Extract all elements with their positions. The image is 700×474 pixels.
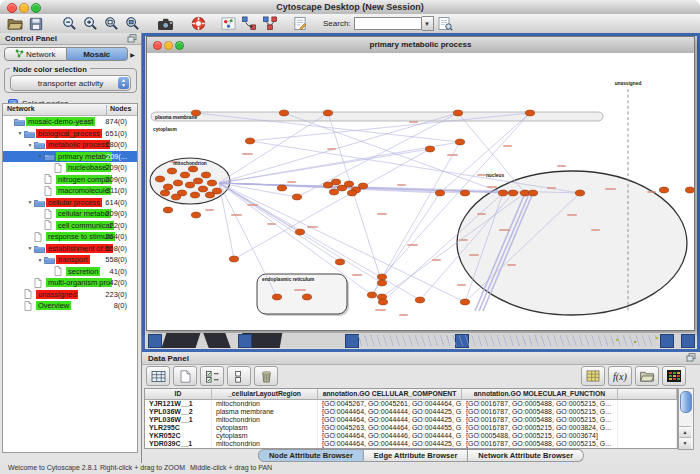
network-canvas[interactable]: plasma membranecytoplasmmitochondrionnuc…	[147, 53, 694, 330]
network-node[interactable]	[367, 292, 376, 298]
network-node[interactable]	[163, 184, 172, 190]
zoom-in-icon[interactable]	[81, 15, 99, 32]
float-panel-icon[interactable]	[127, 34, 137, 45]
network-node[interactable]	[292, 194, 301, 200]
network-node[interactable]	[167, 168, 176, 174]
tree-row-mosaic-demo-yeast[interactable]: mosaic-demo-yeast874(0)	[3, 116, 137, 128]
tree-row-metabolic-process[interactable]: ▼metabolic process280(0)	[3, 139, 137, 151]
tab-edge-attribute-browser[interactable]: Edge Attribute Browser	[364, 449, 468, 462]
table-cell[interactable]: [GO:0044464, GO:0044444, GO:0044425, G..…	[318, 408, 462, 416]
tab-network[interactable]: Network	[4, 47, 67, 61]
help-icon[interactable]	[189, 15, 207, 32]
network-node[interactable]	[377, 274, 386, 280]
table-row[interactable]: YDR039C__1mitochondrion[GO:0044464, GO:0…	[145, 440, 677, 448]
import-table-icon[interactable]	[635, 366, 659, 386]
table-cell[interactable]: [GO:0045267, GO:0045261, GO:0044464, G..…	[318, 400, 462, 408]
disclosure-triangle-icon[interactable]: ▼	[26, 199, 34, 205]
save-table-icon[interactable]	[581, 366, 605, 386]
table-row[interactable]: YJR121W__1mitochondrion[GO:0045267, GO:0…	[145, 400, 677, 408]
table-cell[interactable]: cytoplasm	[212, 432, 318, 440]
scrollbar-thumb[interactable]	[680, 391, 692, 413]
network-node[interactable]	[575, 190, 584, 196]
disclosure-triangle-icon[interactable]: ▼	[16, 130, 24, 136]
network-node[interactable]	[377, 280, 386, 286]
network-node[interactable]	[207, 180, 216, 186]
network-node[interactable]	[229, 256, 238, 262]
network-node[interactable]	[205, 192, 214, 198]
table-row[interactable]: YPL036W__1mitochondrion[GO:0044464, GO:0…	[145, 416, 677, 424]
tree-column-network[interactable]: Network	[7, 105, 35, 112]
network-node[interactable]	[347, 190, 356, 196]
network-node[interactable]	[201, 172, 210, 178]
table-header--cellularlayoutregion[interactable]: _cellularLayoutRegion	[212, 389, 318, 400]
network-node[interactable]	[279, 110, 288, 116]
tree-row-cellular-metabo[interactable]: cellular metabo209(0)	[3, 208, 137, 220]
network-node[interactable]	[425, 146, 434, 152]
network-node[interactable]	[460, 299, 469, 305]
tree-row-biological-process[interactable]: ▼biological_process651(0)	[3, 128, 137, 140]
tab-node-attribute-browser[interactable]: Node Attribute Browser	[258, 449, 364, 462]
node-color-dropdown[interactable]: transporter activity ▲▼	[10, 75, 131, 91]
network-node[interactable]	[323, 110, 332, 116]
table-cell[interactable]: mitochondrion	[212, 416, 318, 424]
table-cell[interactable]: [GO:0044464, GO:0044444, GO:0044425, G..…	[318, 416, 462, 424]
network-node[interactable]	[335, 259, 344, 265]
tree-column-nodes[interactable]: Nodes	[106, 105, 131, 116]
network-node[interactable]	[415, 297, 424, 303]
table-row[interactable]: YLR295Ccytoplasm[GO:0045263, GO:0044464,…	[145, 424, 677, 432]
table-cell[interactable]: YDR039C__1	[145, 440, 212, 448]
network-node[interactable]	[460, 190, 469, 196]
tree-row-cell-communicat[interactable]: cell communicat22(0)	[3, 220, 137, 232]
network-node[interactable]	[180, 172, 189, 178]
disclosure-triangle-icon[interactable]: ▼	[36, 153, 44, 159]
network-node[interactable]	[295, 229, 304, 235]
attribute-table-icon[interactable]	[146, 366, 170, 386]
tab-network-attribute-browser[interactable]: Network Attribute Browser	[468, 449, 584, 462]
tree-row-transport[interactable]: ▼transport558(0)	[3, 254, 137, 266]
table-cell[interactable]: [GO:0044464, GO:0044444, GO:0044425, G..…	[318, 440, 462, 448]
select-attributes-icon[interactable]	[200, 366, 224, 386]
tree-row-cellular-process[interactable]: ▼cellular process614(0)	[3, 197, 137, 209]
search-dropdown-arrow[interactable]: ▼	[422, 16, 434, 31]
annotation-icon[interactable]	[291, 15, 309, 32]
table-cell[interactable]: [GO:0016787, GO:0005488, GO:0005215, G..…	[462, 400, 618, 408]
network-node[interactable]	[331, 179, 340, 185]
table-cell[interactable]: YPL036W__1	[145, 416, 212, 424]
table-cell[interactable]: [GO:0016787, GO:0005488, GO:0005215, G..…	[462, 440, 618, 448]
disclosure-triangle-icon[interactable]: ▼	[36, 257, 44, 263]
zoom-fit-icon[interactable]	[102, 15, 120, 32]
vizmapper-icon[interactable]	[219, 15, 237, 32]
network-node[interactable]	[190, 192, 199, 198]
table-cell[interactable]: YPL036W__2	[145, 408, 212, 416]
new-attribute-icon[interactable]	[173, 366, 197, 386]
network-node[interactable]	[498, 190, 507, 196]
zoom-selected-icon[interactable]	[123, 15, 141, 32]
table-cell[interactable]: YJR121W__1	[145, 400, 212, 408]
tree-row-nucleobase-[interactable]: nucleobase-209(0)	[3, 162, 137, 174]
network-node[interactable]	[272, 294, 281, 300]
tree-row-establishment-of-lo[interactable]: ▼establishment of lo558(0)	[3, 243, 137, 255]
scroll-down-icon[interactable]: ▼	[679, 437, 691, 449]
table-header-annotation-go-molecular-function[interactable]: annotation.GO MOLECULAR_FUNCTION	[462, 389, 618, 400]
table-cell[interactable]: YLR295C	[145, 424, 212, 432]
network-node[interactable]	[453, 110, 462, 116]
tree-row-unassigned[interactable]: unassigned223(0)	[3, 289, 137, 301]
search-input[interactable]	[354, 17, 422, 30]
network-node[interactable]	[329, 189, 338, 195]
unselect-attributes-icon[interactable]	[227, 366, 251, 386]
table-cell[interactable]: mitochondrion	[212, 440, 318, 448]
tree-row-nitrogen-compo[interactable]: nitrogen compo209(0)	[3, 174, 137, 186]
network-node[interactable]	[277, 185, 286, 191]
tree-row-response-to-stimulu[interactable]: response to stimulu264(0)	[3, 231, 137, 243]
table-header-annotation-go-cellular-component[interactable]: annotation.GO CELLULAR_COMPONENT	[318, 389, 462, 400]
table-cell[interactable]: plasma membrane	[212, 408, 318, 416]
network-node[interactable]	[160, 190, 169, 196]
data-panel-float-icon[interactable]	[686, 353, 696, 364]
network-node[interactable]	[358, 183, 367, 189]
network-window-titlebar[interactable]: primary metabolic process	[147, 37, 694, 54]
table-cell[interactable]: [GO:0016787, GO:0005488, GO:0005215, G..…	[462, 416, 618, 424]
tree-row-primary-metabo[interactable]: ▼primary metabo209(...	[3, 151, 137, 163]
table-header-id[interactable]: ID	[145, 389, 212, 400]
function-builder-icon[interactable]: f(x)	[608, 366, 632, 386]
search-options-icon[interactable]	[437, 15, 455, 32]
